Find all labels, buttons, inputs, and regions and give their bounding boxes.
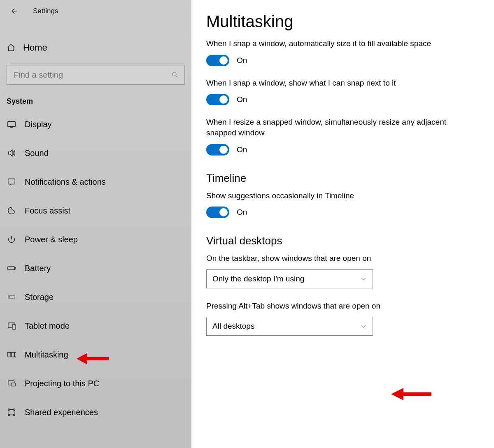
sidebar-item-battery[interactable]: Battery <box>0 254 191 283</box>
setting-desc: Show suggestions occasionally in Timelin… <box>206 190 470 201</box>
setting-desc: When I snap a window, automatically size… <box>206 38 470 49</box>
svg-rect-3 <box>8 267 15 269</box>
sidebar-item-label: Power & sleep <box>25 235 78 244</box>
snap-suggest-toggle[interactable] <box>206 94 229 105</box>
sidebar-item-label: Tablet mode <box>25 321 70 331</box>
power-icon <box>7 234 16 244</box>
setting-desc: When I resize a snapped window, simultan… <box>206 117 470 138</box>
back-button[interactable] <box>7 5 20 17</box>
battery-icon <box>7 263 16 273</box>
sidebar-item-focus-assist[interactable]: Focus assist <box>0 196 191 225</box>
sidebar-item-label: Notifications & actions <box>25 177 106 187</box>
multitasking-icon <box>7 350 16 360</box>
sidebar-item-label: Shared experiences <box>25 408 98 417</box>
sidebar-item-label: Battery <box>25 264 51 273</box>
svg-rect-1 <box>8 122 15 127</box>
shared-experiences-icon <box>7 407 16 417</box>
page-title: Multitasking <box>206 12 494 31</box>
sidebar-item-label: Storage <box>25 292 54 302</box>
sidebar-item-power-sleep[interactable]: Power & sleep <box>0 225 191 254</box>
sidebar-item-sound[interactable]: Sound <box>0 139 191 167</box>
section-timeline: Timeline <box>206 172 494 185</box>
tablet-icon <box>7 321 16 331</box>
sidebar-group-system: System <box>7 97 191 106</box>
section-virtual-desktops: Virtual desktops <box>206 234 494 247</box>
sidebar-item-label: Multitasking <box>25 350 68 360</box>
sidebar-item-projecting[interactable]: Projecting to this PC <box>0 369 191 398</box>
window-title: Settings <box>33 7 58 15</box>
svg-point-0 <box>172 72 176 76</box>
sidebar-home[interactable]: Home <box>0 39 191 57</box>
sound-icon <box>7 148 16 158</box>
storage-icon <box>7 292 16 302</box>
display-icon <box>7 119 16 129</box>
svg-point-14 <box>14 409 15 411</box>
svg-rect-4 <box>15 267 16 269</box>
taskbar-windows-select[interactable]: Only the desktop I'm using <box>206 269 373 288</box>
svg-rect-9 <box>8 353 11 357</box>
svg-point-16 <box>14 414 15 416</box>
snap-fill-toggle[interactable] <box>206 55 229 66</box>
svg-point-15 <box>8 414 10 416</box>
svg-rect-8 <box>12 325 16 329</box>
toggle-state: On <box>237 95 247 104</box>
settings-sidebar: Settings Home System Display Sound Notif… <box>0 0 191 448</box>
home-icon <box>7 43 16 52</box>
sidebar-nav: Display Sound Notifications & actions Fo… <box>0 110 191 427</box>
svg-point-6 <box>9 297 10 297</box>
timeline-suggestions-toggle[interactable] <box>206 207 229 218</box>
sidebar-item-tablet-mode[interactable]: Tablet mode <box>0 311 191 340</box>
sidebar-item-display[interactable]: Display <box>0 110 191 139</box>
focus-assist-icon <box>7 206 16 216</box>
sidebar-item-shared-experiences[interactable]: Shared experiences <box>0 398 191 427</box>
setting-desc: When I snap a window, show what I can sn… <box>206 78 470 88</box>
projecting-icon <box>7 378 16 388</box>
select-value: Only the desktop I'm using <box>212 274 304 283</box>
sidebar-home-label: Home <box>23 42 47 53</box>
settings-content: Multitasking When I snap a window, autom… <box>191 0 494 448</box>
arrow-left-icon <box>10 7 17 15</box>
search-icon <box>171 71 179 79</box>
setting-desc: On the taskbar, show windows that are op… <box>206 253 470 264</box>
toggle-state: On <box>237 208 247 217</box>
annotation-arrow-icon <box>77 351 105 365</box>
chevron-down-icon <box>360 276 367 282</box>
svg-rect-2 <box>8 179 15 184</box>
alttab-windows-select[interactable]: All desktops <box>206 317 373 336</box>
toggle-state: On <box>237 145 247 154</box>
toggle-state: On <box>237 56 247 65</box>
titlebar: Settings <box>0 0 191 18</box>
search-container <box>7 65 185 85</box>
sidebar-item-label: Display <box>25 120 52 129</box>
chevron-down-icon <box>360 323 367 330</box>
setting-desc: Pressing Alt+Tab shows windows that are … <box>206 301 470 311</box>
svg-point-13 <box>8 409 10 411</box>
sidebar-item-label: Sound <box>25 149 49 158</box>
svg-rect-12 <box>11 383 15 386</box>
select-value: All desktops <box>212 322 254 331</box>
sidebar-item-storage[interactable]: Storage <box>0 283 191 311</box>
notifications-icon <box>7 177 16 187</box>
sidebar-item-label: Projecting to this PC <box>25 379 99 388</box>
sidebar-item-notifications[interactable]: Notifications & actions <box>0 167 191 196</box>
annotation-arrow-icon <box>391 386 420 401</box>
snap-resize-toggle[interactable] <box>206 144 229 156</box>
svg-rect-10 <box>12 353 14 357</box>
search-input-wrap[interactable] <box>7 65 185 85</box>
search-input[interactable] <box>13 70 171 80</box>
sidebar-item-label: Focus assist <box>25 206 70 216</box>
